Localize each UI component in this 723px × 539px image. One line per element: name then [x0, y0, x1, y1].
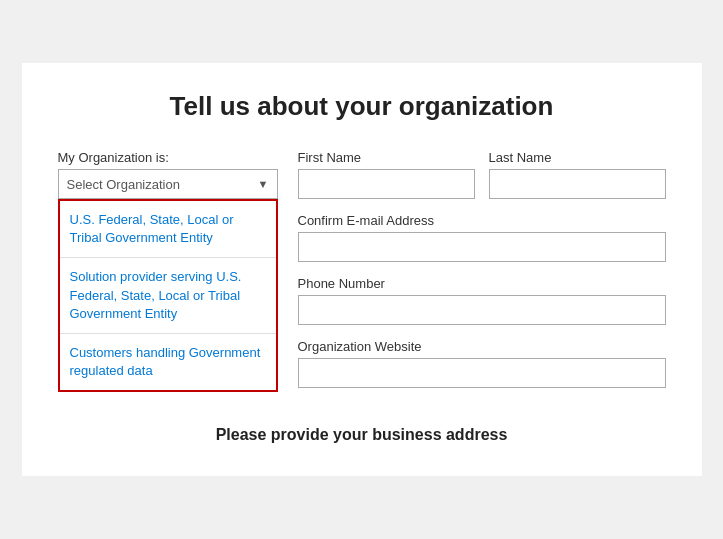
select-wrapper: Select Organization ▼ U.S. Federal, Stat…: [58, 169, 278, 199]
last-name-label: Last Name: [489, 150, 666, 165]
last-name-input[interactable]: [489, 169, 666, 199]
phone-label: Phone Number: [298, 276, 666, 291]
org-website-label: Organization Website: [298, 339, 666, 354]
dropdown-item-0[interactable]: U.S. Federal, State, Local or Tribal Gov…: [60, 201, 276, 258]
org-website-input[interactable]: [298, 358, 666, 388]
page-title: Tell us about your organization: [58, 91, 666, 122]
dropdown-list: U.S. Federal, State, Local or Tribal Gov…: [58, 199, 278, 392]
dropdown-item-1[interactable]: Solution provider serving U.S. Federal, …: [60, 258, 276, 334]
phone-row: Phone Number: [298, 276, 666, 325]
last-name-group: Last Name: [489, 150, 666, 199]
phone-input[interactable]: [298, 295, 666, 325]
select-value: Select Organization: [67, 177, 180, 192]
form-area: My Organization is: Select Organization …: [58, 150, 666, 402]
page-container: Tell us about your organization My Organ…: [22, 63, 702, 476]
chevron-down-icon: ▼: [258, 178, 269, 190]
confirm-email-label: Confirm E-mail Address: [298, 213, 666, 228]
website-row: Organization Website: [298, 339, 666, 388]
first-name-input[interactable]: [298, 169, 475, 199]
first-name-label: First Name: [298, 150, 475, 165]
bottom-text: Please provide your business address: [58, 426, 666, 444]
left-column: My Organization is: Select Organization …: [58, 150, 278, 402]
phone-group: Phone Number: [298, 276, 666, 325]
confirm-email-group: Confirm E-mail Address: [298, 213, 666, 262]
right-column: First Name Last Name Confirm E-mail Addr…: [298, 150, 666, 402]
org-label: My Organization is:: [58, 150, 278, 165]
website-group: Organization Website: [298, 339, 666, 388]
org-select[interactable]: Select Organization ▼: [58, 169, 278, 199]
email-row: Confirm E-mail Address: [298, 213, 666, 262]
first-name-group: First Name: [298, 150, 475, 199]
dropdown-item-2[interactable]: Customers handling Government regulated …: [60, 334, 276, 390]
name-row: First Name Last Name: [298, 150, 666, 199]
confirm-email-input[interactable]: [298, 232, 666, 262]
